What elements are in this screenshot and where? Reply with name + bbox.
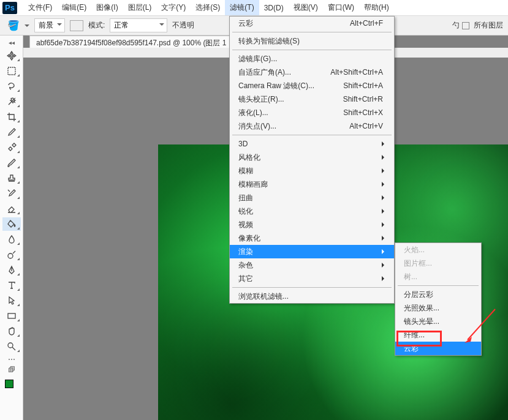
render-submenu: 火焰... 图片框... 树... 分层云彩 光照效果... 镜头光晕... 纤… <box>395 242 482 356</box>
separator <box>232 50 392 50</box>
render-clouds[interactable]: 云彩 <box>395 342 481 355</box>
filter-last-shortcut: Alt+Ctrl+F <box>350 19 383 28</box>
menubar: Ps 文件(F) 编辑(E) 图像(I) 图层(L) 文字(Y) 选择(S) 滤… <box>0 0 508 16</box>
separator <box>232 32 392 32</box>
menu-view[interactable]: 视图(V) <box>289 0 323 15</box>
menu-edit[interactable]: 编辑(E) <box>57 0 91 15</box>
submenu-arrow-icon <box>382 195 387 200</box>
filter-sub-render[interactable]: 渲染 <box>230 245 394 258</box>
menu-help[interactable]: 帮助(H) <box>359 0 394 15</box>
rectangle-tool[interactable] <box>2 309 21 323</box>
tool-column: ◂◂ ⋯ 🗊 <box>0 36 23 420</box>
filter-wide-angle[interactable]: 自适应广角(A)...Alt+Shift+Ctrl+A <box>230 66 394 79</box>
separator <box>232 135 392 135</box>
filter-last-used[interactable]: 云彩 Alt+Ctrl+F <box>230 17 394 30</box>
filter-lens-correction[interactable]: 镜头校正(R)...Shift+Ctrl+R <box>230 92 394 106</box>
menu-select[interactable]: 选择(S) <box>191 0 225 15</box>
separator <box>232 287 392 288</box>
menu-type[interactable]: 文字(Y) <box>156 0 191 15</box>
svg-rect-0 <box>8 67 15 75</box>
mode-select[interactable]: 正常 <box>110 18 167 32</box>
eyedropper-tool[interactable] <box>2 126 21 139</box>
render-tree: 树... <box>395 270 481 283</box>
hand-tool[interactable] <box>2 324 21 338</box>
submenu-arrow-icon <box>382 155 387 160</box>
submenu-arrow-icon <box>382 168 387 173</box>
foreground-select[interactable]: 前景 <box>34 18 65 32</box>
crop-tool[interactable] <box>2 110 21 124</box>
wand-tool[interactable] <box>2 95 21 108</box>
filter-sub-noise[interactable]: 杂色 <box>230 258 394 272</box>
filter-browse-online[interactable]: 浏览联机滤镜... <box>230 290 394 303</box>
separator <box>398 285 479 286</box>
filter-liquify[interactable]: 液化(L)...Shift+Ctrl+X <box>230 106 394 119</box>
render-difference-clouds[interactable]: 分层云彩 <box>395 288 481 301</box>
path-select-tool[interactable] <box>2 294 21 307</box>
menu-filter[interactable]: 滤镜(T) <box>225 0 259 15</box>
render-fibers[interactable]: 纤维... <box>395 328 481 342</box>
bucket-tool[interactable] <box>2 217 21 231</box>
filter-menu: 云彩 Alt+Ctrl+F 转换为智能滤镜(S) 滤镜库(G)... 自适应广角… <box>229 16 395 304</box>
text-tool[interactable] <box>2 279 21 292</box>
healing-tool[interactable] <box>2 141 21 154</box>
marquee-tool[interactable] <box>2 64 21 78</box>
filter-sub-3d[interactable]: 3D <box>230 137 394 151</box>
collapse-icon[interactable]: ◂◂ <box>7 38 16 47</box>
opacity-label: 不透明 <box>172 20 194 31</box>
all-layers-label: 所有图层 <box>474 20 503 31</box>
filter-last-label: 云彩 <box>238 18 253 29</box>
app-logo: Ps <box>2 2 17 14</box>
move-tool[interactable] <box>2 49 21 62</box>
tool-more-icon[interactable]: ⋯ <box>8 355 15 364</box>
menu-file[interactable]: 文件(F) <box>23 0 57 15</box>
render-lens-flare[interactable]: 镜头光晕... <box>395 315 481 328</box>
constrain-label: 勺 <box>452 20 460 31</box>
submenu-arrow-icon <box>382 222 387 227</box>
menu-window[interactable]: 窗口(W) <box>323 0 359 15</box>
color-swatches[interactable] <box>5 380 18 393</box>
edit-toolbar-icon[interactable]: 🗊 <box>8 366 15 374</box>
filter-convert-smart[interactable]: 转换为智能滤镜(S) <box>230 34 394 48</box>
dodge-tool[interactable] <box>2 248 21 261</box>
submenu-arrow-icon <box>382 141 387 146</box>
filter-vanishing-point[interactable]: 消失点(V)...Alt+Ctrl+V <box>230 119 394 133</box>
filter-sub-sharpen[interactable]: 锐化 <box>230 204 394 218</box>
filter-sub-video[interactable]: 视频 <box>230 218 394 231</box>
render-lighting-effects[interactable]: 光照效果... <box>395 301 481 315</box>
submenu-arrow-icon <box>382 249 387 254</box>
submenu-arrow-icon <box>382 182 387 187</box>
filter-sub-distort[interactable]: 扭曲 <box>230 191 394 204</box>
filter-sub-blur-gallery[interactable]: 模糊画廊 <box>230 178 394 191</box>
filter-sub-blur[interactable]: 模糊 <box>230 164 394 178</box>
blur-tool[interactable] <box>2 233 21 246</box>
menu-3d[interactable]: 3D(D) <box>259 1 289 15</box>
chev-down-icon[interactable] <box>25 24 29 29</box>
document-tab[interactable]: abf65de7b387194f5f08ef98d595f147.psd @ 1… <box>29 36 235 48</box>
lasso-tool[interactable] <box>2 80 21 93</box>
submenu-arrow-icon <box>382 209 387 214</box>
submenu-arrow-icon <box>382 236 387 241</box>
brush-tool[interactable] <box>2 156 21 170</box>
submenu-arrow-icon <box>382 276 387 281</box>
menu-image[interactable]: 图像(I) <box>91 0 123 15</box>
filter-sub-stylize[interactable]: 风格化 <box>230 151 394 164</box>
eraser-tool[interactable] <box>2 202 21 216</box>
svg-rect-2 <box>8 313 15 318</box>
all-layers-checkbox[interactable] <box>462 22 469 29</box>
filter-camera-raw[interactable]: Camera Raw 滤镜(C)...Shift+Ctrl+A <box>230 79 394 92</box>
filter-sub-pixelate[interactable]: 像素化 <box>230 231 394 245</box>
zoom-tool[interactable] <box>2 340 21 353</box>
filter-sub-other[interactable]: 其它 <box>230 272 394 285</box>
submenu-arrow-icon <box>382 263 387 268</box>
stamp-tool[interactable] <box>2 171 21 185</box>
svg-point-1 <box>8 253 13 258</box>
svg-point-3 <box>8 343 13 348</box>
history-brush-tool[interactable] <box>2 187 21 200</box>
bucket-icon: 🪣 <box>7 20 20 31</box>
filter-gallery[interactable]: 滤镜库(G)... <box>230 52 394 66</box>
mode-label: 模式: <box>88 20 105 31</box>
menu-layer[interactable]: 图层(L) <box>123 0 157 15</box>
pen-tool[interactable] <box>2 263 21 277</box>
pattern-swatch[interactable] <box>70 20 83 31</box>
render-picture-frame: 图片框... <box>395 257 481 270</box>
